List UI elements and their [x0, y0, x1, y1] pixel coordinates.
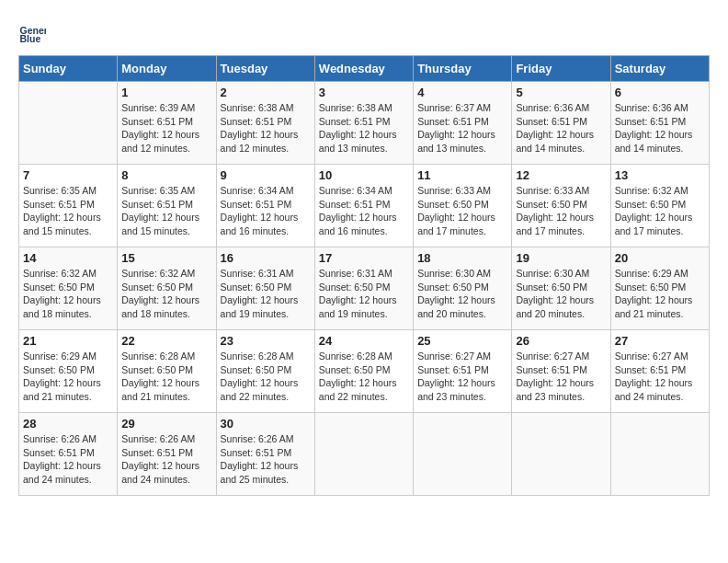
page-header: General Blue: [18, 18, 710, 46]
day-info: Sunrise: 6:26 AMSunset: 6:51 PMDaylight:…: [121, 432, 211, 487]
day-info: Sunrise: 6:30 AMSunset: 6:50 PMDaylight:…: [516, 267, 606, 321]
calendar-cell: 8Sunrise: 6:35 AMSunset: 6:51 PMDaylight…: [118, 165, 216, 247]
day-number: 16: [221, 251, 311, 265]
calendar-cell: 17Sunrise: 6:31 AMSunset: 6:50 PMDayligh…: [314, 247, 413, 330]
day-info: Sunrise: 6:34 AMSunset: 6:51 PMDaylight:…: [221, 184, 311, 238]
day-info: Sunrise: 6:33 AMSunset: 6:50 PMDaylight:…: [516, 184, 606, 238]
day-number: 4: [417, 86, 507, 99]
day-info: Sunrise: 6:32 AMSunset: 6:50 PMDaylight:…: [23, 267, 113, 321]
day-number: 13: [615, 168, 705, 182]
calendar-cell: 25Sunrise: 6:27 AMSunset: 6:51 PMDayligh…: [414, 330, 512, 413]
calendar-cell: 23Sunrise: 6:28 AMSunset: 6:50 PMDayligh…: [216, 330, 314, 413]
day-info: Sunrise: 6:28 AMSunset: 6:50 PMDaylight:…: [319, 350, 409, 404]
day-number: 27: [615, 334, 705, 348]
day-info: Sunrise: 6:38 AMSunset: 6:51 PMDaylight:…: [319, 101, 409, 155]
day-number: 28: [23, 417, 113, 431]
calendar-cell: 6Sunrise: 6:36 AMSunset: 6:51 PMDaylight…: [610, 82, 709, 165]
calendar-cell: 22Sunrise: 6:28 AMSunset: 6:50 PMDayligh…: [118, 330, 216, 413]
day-number: 21: [23, 334, 113, 348]
day-number: 12: [516, 168, 606, 182]
logo-icon: General Blue: [18, 18, 46, 46]
day-info: Sunrise: 6:31 AMSunset: 6:50 PMDaylight:…: [221, 267, 311, 321]
calendar-cell: 20Sunrise: 6:29 AMSunset: 6:50 PMDayligh…: [610, 247, 709, 330]
day-number: 9: [221, 168, 311, 182]
calendar-cell: 27Sunrise: 6:27 AMSunset: 6:51 PMDayligh…: [610, 330, 709, 413]
day-info: Sunrise: 6:35 AMSunset: 6:51 PMDaylight:…: [23, 184, 113, 238]
calendar-cell: 29Sunrise: 6:26 AMSunset: 6:51 PMDayligh…: [118, 413, 216, 496]
weekday-header-thursday: Thursday: [414, 56, 512, 82]
weekday-header-friday: Friday: [512, 56, 610, 82]
day-number: 22: [121, 334, 211, 348]
day-info: Sunrise: 6:39 AMSunset: 6:51 PMDaylight:…: [121, 101, 211, 155]
day-info: Sunrise: 6:28 AMSunset: 6:50 PMDaylight:…: [221, 350, 311, 404]
day-number: 3: [319, 86, 409, 99]
calendar-cell: 4Sunrise: 6:37 AMSunset: 6:51 PMDaylight…: [414, 82, 512, 165]
day-info: Sunrise: 6:26 AMSunset: 6:51 PMDaylight:…: [23, 432, 113, 487]
day-number: 17: [319, 251, 409, 265]
day-info: Sunrise: 6:38 AMSunset: 6:51 PMDaylight:…: [221, 101, 311, 155]
day-number: 2: [221, 86, 311, 99]
calendar-cell: 24Sunrise: 6:28 AMSunset: 6:50 PMDayligh…: [314, 330, 413, 413]
calendar-cell: 12Sunrise: 6:33 AMSunset: 6:50 PMDayligh…: [512, 165, 610, 247]
calendar-cell: 26Sunrise: 6:27 AMSunset: 6:51 PMDayligh…: [512, 330, 610, 413]
day-info: Sunrise: 6:31 AMSunset: 6:50 PMDaylight:…: [319, 267, 409, 321]
day-info: Sunrise: 6:34 AMSunset: 6:51 PMDaylight:…: [319, 184, 409, 238]
calendar-cell: 5Sunrise: 6:36 AMSunset: 6:51 PMDaylight…: [512, 82, 610, 165]
day-number: 10: [319, 168, 409, 182]
day-number: 25: [417, 334, 507, 348]
day-info: Sunrise: 6:26 AMSunset: 6:51 PMDaylight:…: [221, 432, 311, 487]
day-info: Sunrise: 6:35 AMSunset: 6:51 PMDaylight:…: [121, 184, 211, 238]
day-number: 19: [516, 251, 606, 265]
calendar-cell: 18Sunrise: 6:30 AMSunset: 6:50 PMDayligh…: [414, 247, 512, 330]
calendar-cell: 13Sunrise: 6:32 AMSunset: 6:50 PMDayligh…: [610, 165, 709, 247]
day-number: 18: [417, 251, 507, 265]
day-info: Sunrise: 6:27 AMSunset: 6:51 PMDaylight:…: [516, 350, 606, 404]
calendar-cell: 11Sunrise: 6:33 AMSunset: 6:50 PMDayligh…: [414, 165, 512, 247]
calendar-cell: 10Sunrise: 6:34 AMSunset: 6:51 PMDayligh…: [314, 165, 413, 247]
calendar-cell: [19, 82, 118, 165]
svg-text:Blue: Blue: [20, 33, 41, 44]
calendar-cell: 14Sunrise: 6:32 AMSunset: 6:50 PMDayligh…: [19, 247, 118, 330]
day-number: 6: [615, 86, 705, 99]
day-info: Sunrise: 6:32 AMSunset: 6:50 PMDaylight:…: [121, 267, 211, 321]
calendar-cell: 21Sunrise: 6:29 AMSunset: 6:50 PMDayligh…: [19, 330, 118, 413]
day-info: Sunrise: 6:27 AMSunset: 6:51 PMDaylight:…: [417, 350, 507, 404]
calendar-cell: 28Sunrise: 6:26 AMSunset: 6:51 PMDayligh…: [19, 413, 118, 496]
day-number: 8: [121, 168, 211, 182]
calendar-cell: [314, 413, 413, 496]
day-number: 1: [121, 86, 211, 99]
day-info: Sunrise: 6:28 AMSunset: 6:50 PMDaylight:…: [121, 350, 211, 404]
calendar-cell: [512, 413, 610, 496]
day-number: 23: [221, 334, 311, 348]
calendar-cell: 30Sunrise: 6:26 AMSunset: 6:51 PMDayligh…: [216, 413, 314, 496]
calendar-table: SundayMondayTuesdayWednesdayThursdayFrid…: [18, 55, 710, 496]
calendar-cell: 15Sunrise: 6:32 AMSunset: 6:50 PMDayligh…: [118, 247, 216, 330]
day-number: 5: [516, 86, 606, 99]
day-number: 11: [417, 168, 507, 182]
day-info: Sunrise: 6:27 AMSunset: 6:51 PMDaylight:…: [615, 350, 705, 404]
day-number: 7: [23, 168, 113, 182]
day-number: 15: [121, 251, 211, 265]
day-number: 29: [121, 417, 211, 431]
calendar-cell: [610, 413, 709, 496]
calendar-cell: 7Sunrise: 6:35 AMSunset: 6:51 PMDaylight…: [19, 165, 118, 247]
weekday-header-saturday: Saturday: [610, 56, 709, 82]
day-number: 14: [23, 251, 113, 265]
weekday-header-monday: Monday: [118, 56, 216, 82]
logo: General Blue: [18, 18, 22, 46]
day-number: 20: [615, 251, 705, 265]
day-info: Sunrise: 6:29 AMSunset: 6:50 PMDaylight:…: [615, 267, 705, 321]
calendar-cell: 3Sunrise: 6:38 AMSunset: 6:51 PMDaylight…: [314, 82, 413, 165]
calendar-cell: 2Sunrise: 6:38 AMSunset: 6:51 PMDaylight…: [216, 82, 314, 165]
day-number: 26: [516, 334, 606, 348]
day-info: Sunrise: 6:36 AMSunset: 6:51 PMDaylight:…: [615, 101, 705, 155]
day-number: 30: [221, 417, 311, 431]
day-info: Sunrise: 6:32 AMSunset: 6:50 PMDaylight:…: [615, 184, 705, 238]
calendar-cell: [414, 413, 512, 496]
calendar-cell: 9Sunrise: 6:34 AMSunset: 6:51 PMDaylight…: [216, 165, 314, 247]
weekday-header-sunday: Sunday: [19, 56, 118, 82]
calendar-cell: 16Sunrise: 6:31 AMSunset: 6:50 PMDayligh…: [216, 247, 314, 330]
day-info: Sunrise: 6:37 AMSunset: 6:51 PMDaylight:…: [417, 101, 507, 155]
calendar-cell: 19Sunrise: 6:30 AMSunset: 6:50 PMDayligh…: [512, 247, 610, 330]
day-number: 24: [319, 334, 409, 348]
